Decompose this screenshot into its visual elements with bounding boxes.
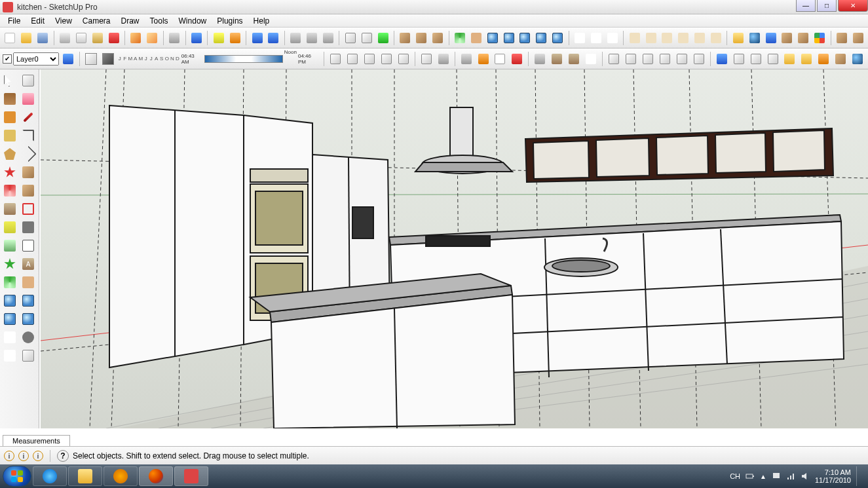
offset-tool[interactable] [20, 200, 37, 217]
text-tool[interactable] [20, 237, 37, 254]
cut-button[interactable] [58, 30, 73, 46]
tray-clock[interactable]: 7:10 AM 11/17/2010 [815, 468, 851, 484]
tray-volume-icon[interactable] [801, 472, 810, 481]
solid-outer-button[interactable] [606, 51, 622, 67]
3d-warehouse-button[interactable] [780, 30, 795, 46]
taskbar-firefox[interactable] [139, 466, 173, 486]
tool-orange-icon[interactable] [227, 30, 242, 46]
menu-camera[interactable]: Camera [77, 15, 116, 27]
tray-battery-icon[interactable] [745, 472, 755, 481]
dc-yellow2-button[interactable] [799, 51, 814, 67]
sandbox-smoove-button[interactable] [566, 51, 582, 67]
model-canvas[interactable] [41, 69, 868, 428]
axes-tool-button[interactable] [459, 51, 474, 67]
section-plane-button[interactable] [476, 51, 491, 67]
zoom-extents-button[interactable] [518, 30, 533, 46]
right-view-button[interactable] [676, 30, 691, 46]
save-button[interactable] [35, 30, 50, 46]
help-icon[interactable]: ? [57, 450, 69, 462]
menu-help[interactable]: Help [248, 15, 275, 27]
protractor-tool[interactable] [1, 237, 18, 254]
share-component-button[interactable] [796, 30, 811, 46]
menu-plugins[interactable]: Plugins [212, 15, 248, 27]
shadow-dark-button[interactable] [100, 51, 116, 67]
previous-tool[interactable] [1, 310, 18, 328]
maximize-button[interactable]: □ [817, 0, 837, 12]
dc-sphere-button[interactable] [850, 51, 865, 67]
materials-button[interactable] [375, 30, 390, 46]
section-side-button[interactable] [305, 30, 320, 46]
left-view-button[interactable] [709, 30, 724, 46]
orbit-button[interactable] [453, 30, 468, 46]
menu-edit[interactable]: Edit [26, 15, 50, 27]
section-cut-button[interactable] [509, 51, 525, 67]
copy-button[interactable] [73, 30, 88, 46]
dc-options-button[interactable] [731, 51, 747, 67]
eraser-tool[interactable] [20, 90, 37, 107]
import-button[interactable] [850, 30, 865, 46]
tape-measure-tool[interactable] [1, 219, 18, 236]
axes-tool[interactable] [1, 255, 18, 272]
section-top-button[interactable] [321, 30, 336, 46]
redo-button[interactable] [145, 30, 160, 46]
tool-r-icon[interactable] [250, 30, 265, 46]
3d-viewport[interactable] [41, 69, 868, 428]
zoom-extents-tool[interactable] [20, 310, 37, 328]
style-mono-button[interactable] [396, 51, 411, 67]
menu-file[interactable]: File [3, 15, 26, 27]
freehand-tool[interactable] [20, 145, 37, 162]
tray-action-icon[interactable] [772, 472, 781, 481]
zoom-tool[interactable] [1, 292, 18, 309]
minimize-button[interactable]: — [796, 0, 816, 12]
model-info-button[interactable] [189, 30, 204, 46]
paste-button[interactable] [90, 30, 105, 46]
zoom-button[interactable] [485, 30, 500, 46]
status-info-2-icon[interactable]: i [18, 451, 29, 461]
look-around-button[interactable] [605, 30, 620, 46]
line-tool[interactable] [20, 109, 37, 126]
rotate-tool[interactable] [1, 182, 18, 199]
back-view-button[interactable] [692, 30, 708, 46]
solid-trim-button[interactable] [674, 51, 690, 67]
polygon-tool[interactable] [1, 145, 18, 162]
paint-bucket-tool[interactable] [1, 90, 18, 107]
taskbar-media[interactable] [104, 466, 138, 486]
sandbox-scratch-button[interactable] [549, 51, 565, 67]
next-view-button[interactable] [550, 30, 565, 46]
month-strip[interactable]: JFMAMJJASOND [117, 56, 180, 62]
walk-tool[interactable] [1, 347, 18, 364]
shadow-toggle-button[interactable] [83, 51, 99, 67]
pan-button[interactable] [468, 30, 483, 46]
make-component-tool[interactable] [20, 72, 37, 89]
section-front-button[interactable] [288, 30, 303, 46]
googletool-button[interactable] [812, 30, 827, 46]
backedges-button[interactable] [436, 51, 451, 67]
taskbar-ie[interactable] [33, 466, 67, 486]
solid-intersect-button[interactable] [623, 51, 639, 67]
show-desktop-button[interactable] [856, 466, 861, 486]
style-shaded-button[interactable] [362, 51, 377, 67]
3d-text-tool[interactable]: A [20, 255, 37, 272]
orbit-tool[interactable] [1, 274, 18, 291]
menu-view[interactable]: View [50, 15, 77, 27]
style-wireframe-button[interactable] [328, 51, 343, 67]
close-button[interactable]: ✕ [838, 0, 868, 12]
iso-view-button[interactable] [627, 30, 642, 46]
sandbox-contours-button[interactable] [532, 51, 548, 67]
push-pull-tool[interactable] [20, 164, 37, 181]
scale-tool[interactable] [1, 200, 18, 217]
status-info-3-icon[interactable]: i [33, 451, 43, 461]
position-camera-tool[interactable] [1, 329, 18, 346]
xray-button[interactable] [419, 51, 434, 67]
google-earth-button[interactable] [747, 30, 762, 46]
upload-button[interactable] [430, 30, 445, 46]
dc-config-button[interactable] [765, 51, 781, 67]
shadow-time-slider[interactable] [204, 55, 282, 63]
dc-yellow1-button[interactable] [782, 51, 798, 67]
share-model-button[interactable] [414, 30, 429, 46]
toggle-terrain-button[interactable] [763, 30, 778, 46]
tray-language[interactable]: CH [730, 472, 740, 480]
layer-dropdown[interactable]: Layer0 [13, 52, 59, 66]
solid-split-button[interactable] [691, 51, 707, 67]
zoom-window-button[interactable] [501, 30, 516, 46]
